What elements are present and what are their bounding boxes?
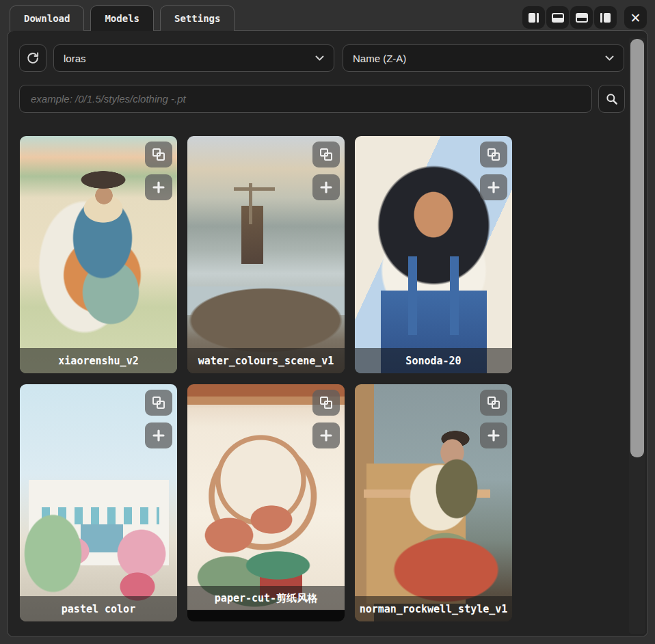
close-button[interactable]: ✕ <box>624 6 647 29</box>
chevron-down-icon <box>605 55 614 62</box>
model-card[interactable]: Sonoda-20 <box>355 136 512 373</box>
model-name: Sonoda-20 <box>355 348 512 373</box>
copy-model-button[interactable] <box>480 142 507 167</box>
scrollbar-track <box>629 38 645 634</box>
copy-model-button[interactable] <box>312 142 340 167</box>
split-left-icon <box>529 13 539 23</box>
chevron-down-icon <box>315 55 324 62</box>
tab-bar: Download Models Settings <box>10 5 235 31</box>
dock-bottom-button[interactable] <box>546 6 569 29</box>
model-card[interactable]: pastel color <box>20 384 177 621</box>
dock-right-button[interactable] <box>594 6 617 29</box>
search-input[interactable] <box>19 85 592 113</box>
split-top-icon <box>576 13 588 23</box>
copy-model-button[interactable] <box>145 390 172 416</box>
plus-icon <box>487 180 500 194</box>
model-name: pastel color <box>20 596 177 621</box>
plus-icon <box>319 180 333 194</box>
model-type-value: loras <box>64 53 86 64</box>
model-type-select[interactable]: loras <box>53 44 334 72</box>
model-card[interactable]: water_colours_scene_v1 <box>187 136 345 373</box>
copy-model-button[interactable] <box>480 390 507 416</box>
add-model-button[interactable] <box>145 174 172 200</box>
card-actions <box>145 390 172 448</box>
sort-order-value: Name (Z-A) <box>353 53 406 64</box>
model-name: water_colours_scene_v1 <box>187 348 345 373</box>
add-model-button[interactable] <box>145 422 172 448</box>
copy-model-button[interactable] <box>312 390 340 416</box>
dock-top-button[interactable] <box>570 6 593 29</box>
refresh-button[interactable] <box>19 44 46 72</box>
models-panel: loras Name (Z-A) <box>7 30 648 637</box>
window-controls: ✕ <box>522 6 647 29</box>
model-card[interactable]: norman_rockwell_style_v1 <box>355 384 512 621</box>
tab-download[interactable]: Download <box>10 5 84 31</box>
model-name: norman_rockwell_style_v1 <box>355 596 512 621</box>
card-actions <box>480 142 507 200</box>
copy-icon <box>486 395 501 410</box>
model-card[interactable]: paper-cut-剪纸风格 <box>187 384 345 621</box>
copy-icon <box>151 147 166 162</box>
copy-model-button[interactable] <box>145 142 172 167</box>
card-actions <box>145 142 172 200</box>
copy-icon <box>151 395 166 410</box>
plus-icon <box>152 429 165 442</box>
tab-settings[interactable]: Settings <box>160 5 235 31</box>
copy-icon <box>319 147 334 162</box>
split-right-icon <box>600 13 611 23</box>
plus-icon <box>319 429 333 442</box>
plus-icon <box>152 180 165 194</box>
split-bottom-icon <box>552 13 564 23</box>
model-name: paper-cut-剪纸风格 <box>187 586 345 611</box>
copy-icon <box>319 395 334 410</box>
card-actions <box>312 390 340 448</box>
model-card[interactable]: xiaorenshu_v2 <box>20 136 177 373</box>
model-card-grid: xiaorenshu_v2 water_colours_scene_v1 <box>20 136 529 621</box>
card-actions <box>312 142 340 200</box>
scrollbar-thumb[interactable] <box>630 39 644 457</box>
add-model-button[interactable] <box>480 174 507 200</box>
add-model-button[interactable] <box>480 422 507 448</box>
add-model-button[interactable] <box>312 174 340 200</box>
add-model-button[interactable] <box>312 422 340 448</box>
sort-order-select[interactable]: Name (Z-A) <box>343 44 624 72</box>
search-icon <box>605 92 619 106</box>
tab-models[interactable]: Models <box>90 5 154 31</box>
dock-left-button[interactable] <box>522 6 545 29</box>
copy-icon <box>486 147 501 162</box>
card-actions <box>480 390 507 448</box>
search-button[interactable] <box>598 85 625 113</box>
refresh-icon <box>25 51 40 66</box>
plus-icon <box>487 429 500 442</box>
model-name: xiaorenshu_v2 <box>20 348 177 373</box>
